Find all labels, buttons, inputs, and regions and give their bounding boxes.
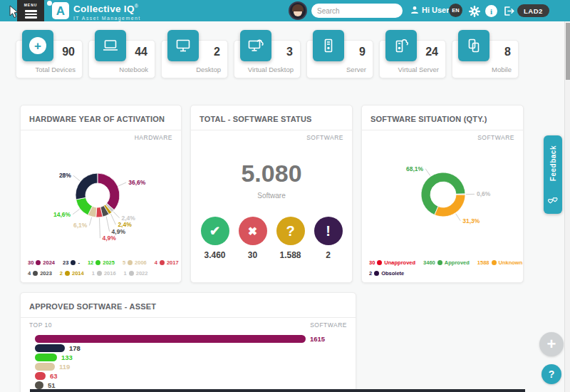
legend-item[interactable]: 52006	[123, 259, 147, 266]
stat-card-notebook[interactable]: 44 Notebook	[88, 40, 155, 78]
scrollbar-thumb[interactable]	[566, 23, 570, 80]
status-approved: ✔ 3.460	[201, 217, 229, 260]
stat-card-server[interactable]: 9 Server	[306, 40, 373, 78]
menu-button[interactable]: MENU	[17, 0, 44, 21]
logout-icon	[503, 6, 514, 16]
check-icon: ✔	[201, 217, 229, 245]
legend-item[interactable]: 23-	[63, 259, 80, 266]
menu-label: MENU	[24, 3, 38, 7]
legend-item[interactable]: 302024	[28, 259, 55, 266]
plus-circle-icon: +	[22, 30, 53, 61]
environment-badge[interactable]: LAD2	[517, 4, 549, 17]
stat-card-virtual-desktop[interactable]: 3 Virtual Desktop	[234, 40, 301, 78]
legend-item[interactable]: 2Obsolete	[369, 270, 404, 277]
stat-card-total-devices[interactable]: + 90 Total Devices	[16, 40, 83, 78]
software-badge: SOFTWARE	[362, 130, 523, 141]
hardware-badge: HARDWARE	[21, 130, 181, 141]
top10-label: TOP 10	[29, 321, 52, 329]
software-badge: SOFTWARE	[310, 321, 347, 329]
question-icon: ?	[276, 217, 305, 245]
language-badge[interactable]: EN	[449, 4, 462, 17]
svg-text:68,1%: 68,1%	[406, 165, 424, 172]
logout-button[interactable]	[502, 5, 514, 17]
hardware-year-donut-chart: 36,6%2,4%2,4%4,9%4,9%6,1%14,6%28%	[21, 133, 182, 250]
avatar[interactable]	[289, 1, 307, 20]
software-total-label: Software	[191, 192, 352, 200]
status-row: ✔ 3.460 ✖ 30 ? 1.588 ! 2	[191, 217, 352, 260]
user-icon	[410, 6, 419, 14]
legend-item[interactable]: 42023	[28, 270, 52, 277]
feedback-button[interactable]: Feedback	[544, 135, 562, 214]
page-scrollbar[interactable]	[564, 21, 570, 392]
svg-text:2,4%: 2,4%	[118, 221, 132, 228]
card-title: TOTAL - SOFTWARE STATUS	[200, 115, 312, 123]
bar-row: 63	[35, 371, 348, 381]
bar-row: 133	[35, 353, 348, 362]
software-total: 5.080	[191, 160, 352, 187]
stat-card-desktop[interactable]: 2 Desktop	[161, 40, 228, 78]
svg-text:2,4%: 2,4%	[122, 215, 136, 222]
user-menu[interactable]: Hi User	[410, 6, 450, 14]
svg-text:36,6%: 36,6%	[128, 179, 146, 186]
status-unapproved: ✖ 30	[239, 217, 267, 260]
brand-name: Collective IQ	[73, 4, 135, 14]
info-button[interactable]: i	[485, 5, 497, 17]
legend-item[interactable]: 42017	[155, 259, 179, 266]
software-status-card: TOTAL - SOFTWARE STATUS SOFTWARE 5.080 S…	[190, 105, 353, 283]
svg-text:14,6%: 14,6%	[53, 211, 71, 218]
svg-text:4,9%: 4,9%	[103, 234, 117, 242]
software-badge: SOFTWARE	[191, 130, 352, 141]
settings-button[interactable]	[468, 5, 480, 17]
hearts-icon	[547, 196, 559, 207]
cross-icon: ✖	[239, 217, 267, 245]
software-situation-card: SOFTWARE SITUATION (QTY.) SOFTWARE 68,1%…	[361, 105, 524, 283]
feedback-label: Feedback	[549, 145, 557, 181]
legend-item[interactable]: 12022	[124, 270, 148, 277]
svg-text:6,1%: 6,1%	[73, 222, 88, 229]
card-title: HARDWARE YEAR OF ACTIVATION	[29, 115, 165, 123]
status-unknown: ? 1.588	[276, 217, 305, 260]
server-icon	[313, 30, 344, 61]
bar-row: 178	[35, 344, 348, 353]
bottom-edge-bar	[30, 389, 525, 392]
legend-item[interactable]: 22014	[60, 270, 84, 277]
svg-text:28%: 28%	[59, 172, 71, 179]
stats-row: + 90 Total Devices 44 Notebook 2 Desktop…	[16, 40, 519, 78]
legend-item[interactable]: 30Unapproved	[369, 259, 415, 266]
card-title: SOFTWARE SITUATION (QTY.)	[370, 115, 487, 123]
svg-text:4,9%: 4,9%	[112, 228, 126, 235]
logo-dot	[47, 1, 52, 6]
virtual-server-icon	[385, 30, 417, 61]
top-bar: MENU A Collective IQ® IT Asset Managemen…	[0, 0, 570, 21]
add-button[interactable]: +	[539, 332, 564, 356]
bar-row: 119	[35, 362, 348, 371]
legend-item[interactable]: 122025	[88, 259, 115, 266]
legend-item[interactable]: 3460Approved	[423, 259, 470, 266]
bar-row: 1615	[35, 334, 348, 344]
stat-card-mobile[interactable]: 8 Mobile	[452, 40, 519, 78]
user-greeting: Hi User	[422, 6, 450, 14]
exclamation-icon: !	[314, 217, 343, 245]
legend-item[interactable]: 1588Unknown	[477, 259, 522, 266]
mobile-icon	[458, 30, 489, 61]
monitor-icon	[167, 30, 199, 61]
virtual-desktop-icon	[240, 30, 271, 61]
stat-card-virtual-server[interactable]: 24 Virtual Server	[379, 40, 446, 78]
svg-text:0,6%: 0,6%	[477, 190, 491, 197]
search-box	[311, 4, 403, 18]
card-title: APPROVED SOFTWARE - ASSET	[29, 302, 156, 311]
help-button[interactable]: ?	[542, 364, 561, 384]
app-logo[interactable]: A	[52, 2, 69, 19]
status-obsolete: ! 2	[314, 217, 343, 260]
hamburger-icon	[25, 10, 37, 11]
legend-item[interactable]: 12016	[92, 270, 116, 277]
software-situation-legend: 30Unapproved3460Approved1588Unknown2Obso…	[369, 255, 519, 277]
hardware-year-legend: 30202423-1220255200642017420232201412016…	[28, 255, 177, 277]
search-input[interactable]	[317, 7, 411, 15]
approved-software-bar-chart: 16151781331196351	[35, 334, 348, 390]
info-icon: i	[490, 7, 492, 16]
brand-block[interactable]: Collective IQ® IT Asset Management	[73, 2, 141, 21]
brand-tagline: IT Asset Management	[73, 16, 141, 21]
approved-software-card: APPROVED SOFTWARE - ASSET TOP 10 SOFTWAR…	[20, 292, 356, 392]
hardware-year-card: HARDWARE YEAR OF ACTIVATION HARDWARE 36,…	[20, 105, 182, 283]
